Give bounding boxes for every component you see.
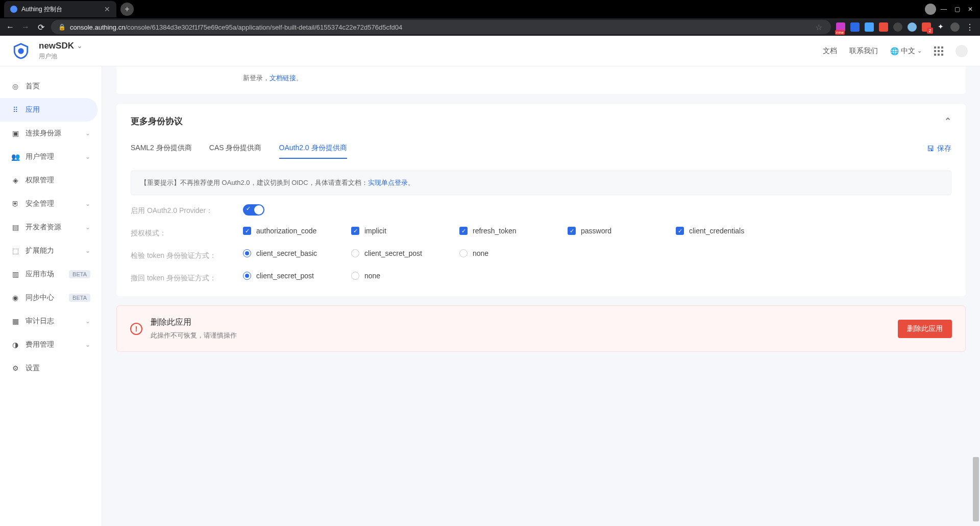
profile-icon[interactable]	[950, 22, 960, 32]
notice-prefix: 【重要提示】不再推荐使用 OAuth2.0，建议切换到 OIDC，具体请查看文档…	[140, 179, 368, 186]
new-tab-button[interactable]: +	[120, 3, 134, 16]
info-snippet: 新登录，文档链接。	[116, 66, 966, 94]
ext-icon[interactable]	[865, 22, 874, 32]
ext-icon[interactable]	[893, 22, 902, 32]
main-content: 新登录，文档链接。 更多身份协议 ⌃ SAML2 身份提供商 CAS 身份提供商…	[102, 66, 980, 526]
danger-title: 删除此应用	[151, 317, 237, 328]
save-button[interactable]: 🖫 保存	[927, 144, 951, 153]
tab-cas[interactable]: CAS 身份提供商	[209, 138, 262, 159]
save-icon: 🖫	[927, 145, 934, 153]
star-icon[interactable]: ☆	[814, 22, 824, 32]
docs-link[interactable]: 文档	[823, 46, 837, 56]
tab-saml[interactable]: SAML2 身份提供商	[131, 138, 192, 159]
check-client-secret-basic[interactable]: client_secret_basic	[243, 249, 351, 257]
sidebar-item-ext[interactable]: ⬚扩展能力⌄	[0, 239, 102, 262]
danger-zone: ! 删除此应用 此操作不可恢复，请谨慎操作 删除此应用	[116, 305, 966, 352]
forward-button[interactable]: →	[20, 22, 31, 32]
chevron-down-icon: ⌄	[77, 42, 82, 50]
opt-label: client_secret_basic	[256, 249, 317, 257]
grid-icon[interactable]	[934, 46, 943, 56]
grant-implicit[interactable]: ✓implicit	[351, 227, 459, 235]
menu-icon[interactable]: ⋮	[965, 22, 975, 32]
tab-bar: Authing 控制台 ✕ + — ▢ ✕	[0, 0, 980, 18]
language-selector[interactable]: 🌐 中文 ⌄	[890, 46, 922, 56]
sidebar-item-home[interactable]: ◎首页	[0, 75, 102, 98]
beta-badge: BETA	[69, 294, 90, 302]
sso-doc-link[interactable]: 实现单点登录	[368, 179, 408, 186]
sidebar-item-idp[interactable]: ▣连接身份源⌄	[0, 122, 102, 145]
svg-rect-8	[938, 54, 940, 56]
authing-logo-icon[interactable]	[12, 42, 30, 60]
snippet-suffix: 。	[296, 74, 303, 82]
svg-rect-7	[934, 54, 936, 56]
contact-link[interactable]: 联系我们	[849, 46, 878, 56]
sidebar-item-label: 应用市场	[26, 270, 54, 279]
pool-selector[interactable]: newSDK ⌄ 用户池	[39, 41, 82, 61]
sidebar-item-app[interactable]: ⠿应用	[0, 98, 97, 122]
ext-icon[interactable]	[836, 22, 845, 32]
tab-close-icon[interactable]: ✕	[104, 5, 110, 13]
opt-label: client_secret_post	[364, 249, 422, 257]
sidebar-item-market[interactable]: ▥应用市场BETA	[0, 262, 102, 286]
sidebar-item-billing[interactable]: ◑费用管理⌄	[0, 333, 102, 356]
gear-icon: ⚙	[11, 364, 19, 372]
chevron-down-icon: ⌄	[85, 318, 90, 325]
checkbox-icon: ✓	[459, 227, 468, 235]
shield-icon: ◈	[11, 176, 19, 184]
ext-icon[interactable]	[879, 22, 888, 32]
opt-label: client_credentials	[689, 227, 744, 235]
sidebar-item-audit[interactable]: ▦审计日志⌄	[0, 309, 102, 333]
url-input[interactable]: 🔒 console.authing.cn/console/61384d3e302…	[51, 20, 831, 34]
browser-tab[interactable]: Authing 控制台 ✕	[4, 1, 116, 17]
sidebar-item-perm[interactable]: ◈权限管理	[0, 169, 102, 192]
ext-icon[interactable]	[922, 22, 931, 32]
grant-client-credentials[interactable]: ✓client_credentials	[676, 227, 784, 235]
enable-oauth-toggle[interactable]	[243, 204, 264, 216]
sidebar-item-label: 审计日志	[26, 317, 54, 326]
sidebar-item-sync[interactable]: ◉同步中心BETA	[0, 286, 102, 309]
deprecation-notice: 【重要提示】不再推荐使用 OAuth2.0，建议切换到 OIDC，具体请查看文档…	[131, 171, 951, 195]
maximize-icon[interactable]: ▢	[951, 4, 963, 15]
reload-button[interactable]: ⟳	[36, 22, 46, 32]
revoke-none[interactable]: none	[351, 272, 459, 280]
sidebar-item-settings[interactable]: ⚙设置	[0, 356, 102, 380]
code-icon: ▤	[11, 223, 19, 231]
panel-header[interactable]: 更多身份协议 ⌃	[116, 104, 966, 138]
sidebar-item-label: 首页	[26, 82, 40, 91]
scrollbar-thumb[interactable]	[973, 457, 979, 521]
tab-oauth[interactable]: OAuth2.0 身份提供商	[279, 138, 347, 159]
grant-authorization-code[interactable]: ✓authorization_code	[243, 227, 351, 235]
doc-link[interactable]: 文档链接	[270, 74, 296, 82]
app-icon: ⠿	[11, 106, 19, 114]
svg-rect-2	[938, 46, 940, 49]
scrollbar-track[interactable]	[973, 66, 979, 526]
lang-label: 中文	[901, 46, 915, 56]
checkbox-icon: ✓	[243, 227, 251, 235]
minimize-icon[interactable]: —	[938, 4, 949, 15]
close-window-icon[interactable]: ✕	[965, 4, 976, 15]
grant-refresh-token[interactable]: ✓refresh_token	[459, 227, 568, 235]
shield-check-icon: ⛨	[11, 200, 19, 208]
delete-app-button[interactable]: 删除此应用	[898, 320, 952, 338]
check-client-secret-post[interactable]: client_secret_post	[351, 249, 459, 257]
check-none[interactable]: none	[459, 249, 568, 257]
user-avatar[interactable]	[955, 45, 968, 57]
token-revoke-label: 撤回 token 身份验证方式：	[131, 272, 243, 283]
sidebar-item-dev[interactable]: ▤开发者资源⌄	[0, 216, 102, 239]
ext-icon[interactable]	[908, 22, 917, 32]
radio-icon	[243, 249, 251, 257]
extensions-icon[interactable]: ✦	[936, 22, 945, 32]
revoke-client-secret-post[interactable]: client_secret_post	[243, 272, 351, 280]
account-icon[interactable]	[925, 4, 936, 15]
browser-chrome: Authing 控制台 ✕ + — ▢ ✕ ← → ⟳ 🔒 console.au…	[0, 0, 980, 36]
checkbox-icon: ✓	[351, 227, 359, 235]
sidebar-item-security[interactable]: ⛨安全管理⌄	[0, 192, 102, 216]
back-button[interactable]: ←	[5, 22, 15, 32]
opt-label: authorization_code	[256, 227, 316, 235]
ext-icon[interactable]	[850, 22, 860, 32]
opt-label: none	[364, 272, 380, 280]
sidebar-item-users[interactable]: 👥用户管理⌄	[0, 145, 102, 169]
pool-name: newSDK	[39, 41, 74, 51]
radio-icon	[351, 272, 359, 280]
grant-password[interactable]: ✓password	[568, 227, 676, 235]
